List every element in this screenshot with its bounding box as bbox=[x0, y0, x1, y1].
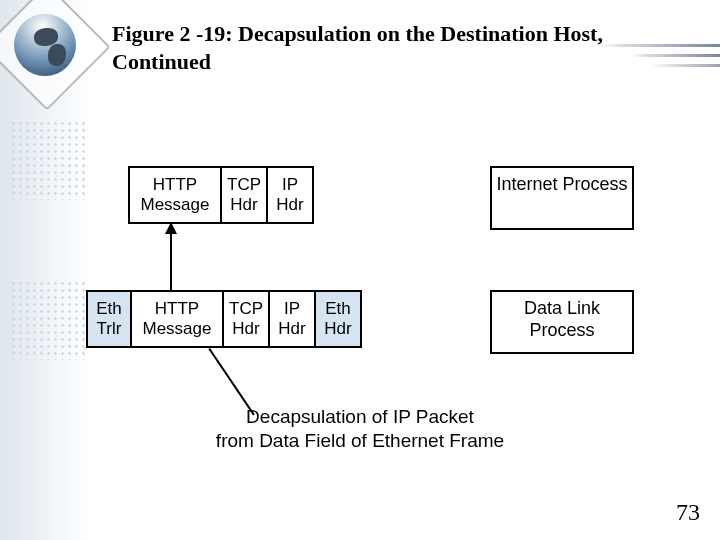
cell-ip-hdr-lower: IP Hdr bbox=[268, 290, 314, 348]
caption-line-1: Decapsulation of IP Packet bbox=[246, 406, 474, 427]
ip-packet-row: HTTP Message TCP Hdr IP Hdr bbox=[128, 166, 314, 224]
data-link-process-box: Data Link Process bbox=[490, 290, 634, 354]
page-number: 73 bbox=[676, 499, 700, 526]
ethernet-frame-row: Eth Trlr HTTP Message TCP Hdr IP Hdr Eth… bbox=[86, 290, 362, 348]
internet-process-box: Internet Process bbox=[490, 166, 634, 230]
cell-ip-hdr: IP Hdr bbox=[266, 166, 314, 224]
arrow-up-icon bbox=[170, 222, 171, 288]
pointer-line bbox=[210, 348, 274, 400]
figure-title: Figure 2 -19: Decapsulation on the Desti… bbox=[112, 20, 652, 75]
dot-pattern-top bbox=[10, 120, 85, 200]
cell-eth-hdr: Eth Hdr bbox=[314, 290, 362, 348]
caption-line-2: from Data Field of Ethernet Frame bbox=[216, 430, 504, 451]
cell-eth-trlr: Eth Trlr bbox=[86, 290, 130, 348]
cell-tcp-hdr-lower: TCP Hdr bbox=[222, 290, 268, 348]
caption-text: Decapsulation of IP Packet from Data Fie… bbox=[0, 405, 720, 453]
cell-http-message-lower: HTTP Message bbox=[130, 290, 222, 348]
dot-pattern-mid bbox=[10, 280, 85, 360]
cell-tcp-hdr: TCP Hdr bbox=[220, 166, 266, 224]
globe-icon bbox=[8, 8, 82, 82]
cell-http-message: HTTP Message bbox=[128, 166, 220, 224]
